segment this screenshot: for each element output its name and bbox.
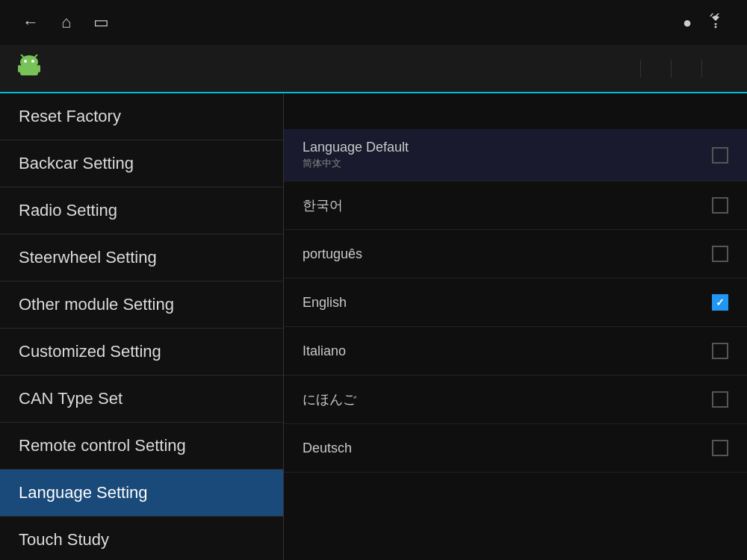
lang-name-german: Deutsch (303, 441, 712, 456)
sidebar-item-can-type-set[interactable]: CAN Type Set (0, 376, 283, 423)
lang-checkbox-portuguese[interactable] (712, 246, 728, 262)
content-area: Language Default简体中文한국어portuguêsEnglishI… (284, 93, 747, 560)
more-button[interactable] (701, 60, 732, 78)
lang-item-portuguese[interactable]: português (284, 230, 747, 279)
svg-point-6 (31, 60, 34, 63)
lang-sub-chinese: 简体中文 (303, 157, 712, 170)
svg-point-5 (24, 60, 27, 63)
lang-checkbox-italian[interactable] (712, 343, 728, 359)
main-layout: Reset FactoryBackcar SettingRadio Settin… (0, 93, 747, 560)
sidebar-item-steerwheel-setting[interactable]: Steerwheel Setting (0, 234, 283, 281)
export-config-button[interactable] (640, 60, 671, 78)
lang-item-english[interactable]: English (284, 279, 747, 327)
lang-name-italian: Italiano (303, 343, 712, 359)
lang-name-english: English (303, 295, 712, 311)
android-icon (15, 55, 43, 83)
sidebar-item-remote-control-setting[interactable]: Remote control Setting (0, 423, 283, 470)
lang-name-korean: 한국어 (303, 196, 712, 214)
lang-item-japanese[interactable]: にほんご (284, 376, 747, 424)
svg-rect-2 (20, 65, 38, 75)
sidebar-item-touch-study[interactable]: Touch Study (0, 517, 283, 560)
svg-point-0 (715, 25, 717, 28)
sidebar: Reset FactoryBackcar SettingRadio Settin… (0, 93, 284, 560)
svg-rect-3 (18, 65, 21, 72)
lang-checkbox-korean[interactable] (712, 197, 728, 214)
sidebar-item-other-module-setting[interactable]: Other module Setting (0, 281, 283, 329)
lang-item-german[interactable]: Deutsch (284, 424, 747, 473)
status-icons: ● (683, 13, 725, 32)
lang-item-chinese[interactable]: Language Default简体中文 (284, 129, 747, 181)
sidebar-item-radio-setting[interactable]: Radio Setting (0, 187, 283, 234)
sidebar-item-language-setting[interactable]: Language Setting (0, 470, 283, 517)
lang-checkbox-german[interactable] (712, 440, 728, 456)
location-icon: ● (683, 14, 692, 31)
lang-checkbox-japanese[interactable] (712, 391, 728, 408)
svg-rect-4 (37, 65, 40, 72)
header-actions (640, 60, 732, 78)
sidebar-item-customized-setting[interactable]: Customized Setting (0, 329, 283, 376)
home-icon[interactable]: ⌂ (61, 13, 71, 32)
import-config-button[interactable] (671, 60, 701, 78)
lang-name-japanese: にほんご (303, 391, 712, 408)
lang-item-korean[interactable]: 한국어 (284, 181, 747, 230)
status-bar: ← ⌂ ▭ ● (0, 0, 747, 45)
wifi-icon (707, 13, 725, 32)
lang-item-italian[interactable]: Italiano (284, 327, 747, 376)
svg-line-8 (34, 55, 37, 57)
lang-name-chinese: Language Default (303, 140, 712, 155)
svg-line-7 (21, 55, 24, 57)
header (0, 45, 747, 93)
back-icon[interactable]: ← (22, 13, 39, 32)
language-list: Language Default简体中文한국어portuguêsEnglishI… (284, 129, 747, 473)
sidebar-item-backcar-setting[interactable]: Backcar Setting (0, 140, 283, 187)
lang-checkbox-chinese[interactable] (712, 147, 728, 164)
recents-icon[interactable]: ▭ (93, 13, 109, 32)
lang-checkbox-english[interactable] (712, 294, 728, 311)
sidebar-item-reset-factory[interactable]: Reset Factory (0, 93, 283, 140)
lang-name-portuguese: português (303, 246, 712, 262)
